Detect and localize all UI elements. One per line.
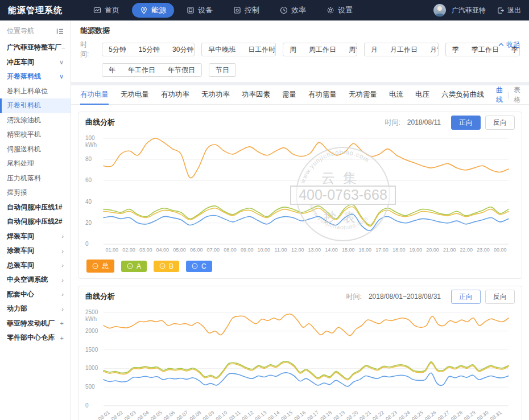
svg-text:15:00: 15:00 [342,247,355,253]
sidebar-item[interactable]: 零件部中心仓库 + [0,331,71,345]
chevron-right-icon[interactable]: › [61,248,64,254]
avatar[interactable] [433,4,446,17]
chevron-right-icon[interactable]: › [61,277,64,283]
nav-item-settings[interactable]: 设置 [319,3,361,18]
svg-text:08.24: 08.24 [398,410,411,420]
time-filter-option[interactable]: 年工作日 [122,64,162,76]
svg-text:08.26: 08.26 [424,410,437,420]
legend-tag[interactable]: A [121,261,147,272]
svg-text:08.20: 08.20 [345,410,359,420]
legend-tag[interactable]: B [154,261,179,272]
energy-data-panel: 能源数据 时间: 5分钟15分钟30分钟小时早中晚班日工作时日周周工作日周节假日… [71,20,529,82]
nav-item-efficiency[interactable]: 效率 [272,3,314,18]
sidebar-item[interactable]: 广汽菲亚特整车厂 − [0,40,71,55]
clock-icon [280,6,288,14]
svg-text:2500: 2500 [85,309,98,315]
sidebar-item[interactable]: 涂装车间 › [0,244,71,258]
svg-text:40: 40 [85,199,92,205]
time-filter-option[interactable]: 周节假日 [342,43,357,56]
sidebar-item[interactable]: 焊装车间 › [0,229,71,244]
metric-tab[interactable]: 功率因素 [242,85,270,105]
chevron-down-icon[interactable]: ∨ [59,59,64,66]
sidebar-item[interactable]: 摆剪摸 [0,186,71,200]
sidebar-item[interactable]: 伺服送料机 [0,142,71,157]
sidebar-item[interactable]: 清洗涂油机 [0,113,71,128]
chart-controls: 时间: 2018/08/11 正向 反向 [385,116,515,130]
chevron-right-icon[interactable]: › [61,306,64,312]
reverse-button[interactable]: 反向 [485,116,515,130]
sidebar-item[interactable]: 中央空调系统 › [0,273,71,287]
metric-tab[interactable]: 有功需量 [308,85,337,105]
svg-text:08.12: 08.12 [241,410,254,420]
metric-tab[interactable]: 六类负荷曲线 [441,85,484,105]
nav-item-device[interactable]: 设备 [179,3,221,18]
minus-icon[interactable]: − [61,44,65,51]
sidebar-item[interactable]: 压力机落料 [0,171,71,186]
legend-tag[interactable]: C [186,261,212,272]
sidebar-item[interactable]: 自动伺服冲压线2# [0,215,71,229]
metric-tab[interactable]: 无功需量 [349,85,377,105]
sidebar-item[interactable]: 菲亚特发动机厂 + [0,316,71,331]
user-name: 广汽菲亚特 [452,6,486,15]
nav-item-home[interactable]: 首页 [85,3,127,18]
sidebar-item[interactable]: 配套中心 › [0,287,71,302]
metric-tab[interactable]: 有功电量 [80,85,109,105]
chevron-right-icon[interactable]: › [61,233,64,240]
collapse-tree-icon[interactable] [56,28,64,35]
sidebar-item[interactable]: 卷料上料单位 [0,84,71,99]
legend-tag[interactable]: 总 [86,260,114,273]
time-filter-option[interactable]: 年 [102,64,122,76]
sidebar-item[interactable]: 尾料处理 [0,157,71,171]
metric-tab[interactable]: 电压 [415,85,429,105]
time-filter-option[interactable]: 日工作时 [242,43,276,56]
nav-item-control[interactable]: 控制 [225,3,267,18]
sidebar-item[interactable]: 冲压车间 ∨ [0,55,71,70]
time-filter-option[interactable]: 30分钟 [166,43,195,56]
metric-tab[interactable]: 无功电量 [121,85,149,105]
plus-icon[interactable]: + [60,320,64,327]
time-filter-option[interactable]: 早中晚班 [202,43,242,56]
metric-tab[interactable]: 需量 [282,85,296,105]
time-filter-group: 月月工作日月节假日 [364,43,439,56]
chevron-right-icon[interactable]: › [61,262,64,269]
time-filter-option[interactable]: 15分钟 [133,43,166,56]
sidebar-item[interactable]: 开卷落料线 ∨ [0,69,71,84]
forward-button[interactable]: 正向 [451,116,481,130]
sidebar-item[interactable]: 开卷引料机 [0,98,71,113]
collapse-filters-button[interactable]: 收起 [498,40,520,50]
chevron-right-icon[interactable]: › [61,291,64,298]
metric-tab[interactable]: 电流 [389,85,403,105]
metric-tab[interactable]: 无功功率 [201,85,230,105]
logout-button[interactable]: 退出 [497,6,521,15]
time-filter-option[interactable]: 月工作日 [384,43,424,56]
chevron-down-icon[interactable]: ∨ [59,73,64,80]
collapse-label: 收起 [506,40,520,50]
nav-item-energy[interactable]: 能源 [132,3,174,18]
time-filter-option[interactable]: 月 [365,43,384,56]
svg-text:19:00: 19:00 [410,247,423,253]
time-filter-option[interactable]: 周 [283,43,303,56]
person-icon [433,4,446,17]
reverse-button[interactable]: 反向 [485,290,515,304]
time-filter-option[interactable]: 5分钟 [102,43,133,56]
time-filter-option[interactable]: 节日 [209,64,235,76]
chart-time-label: 时间: [346,292,362,302]
plus-icon[interactable]: + [60,335,64,341]
time-filter-option[interactable]: 季 [446,43,465,56]
nav-item-label: 设备 [198,5,213,15]
sidebar-item-label: 冲压车间 [7,57,34,67]
svg-text:08.29: 08.29 [463,410,477,420]
forward-button[interactable]: 正向 [451,290,481,304]
view-curve-button[interactable]: 曲线 [496,85,503,105]
sidebar-item[interactable]: 总装车间 › [0,258,71,273]
time-filter-option[interactable]: 周工作日 [303,43,342,56]
time-filter-option[interactable]: 年节假日 [162,64,201,76]
metric-tab[interactable]: 有功功率 [161,85,189,105]
svg-text:08.27: 08.27 [437,410,451,420]
sidebar-item[interactable]: 自动伺服冲压线1# [0,200,71,215]
time-filter-option[interactable]: 月节假日 [424,43,439,56]
sidebar-item[interactable]: 精密校平机 [0,127,71,142]
sidebar-item-label: 开卷落料线 [7,72,41,81]
view-table-button[interactable]: 表格 [514,85,520,105]
sidebar-item[interactable]: 动力部 › [0,302,71,316]
